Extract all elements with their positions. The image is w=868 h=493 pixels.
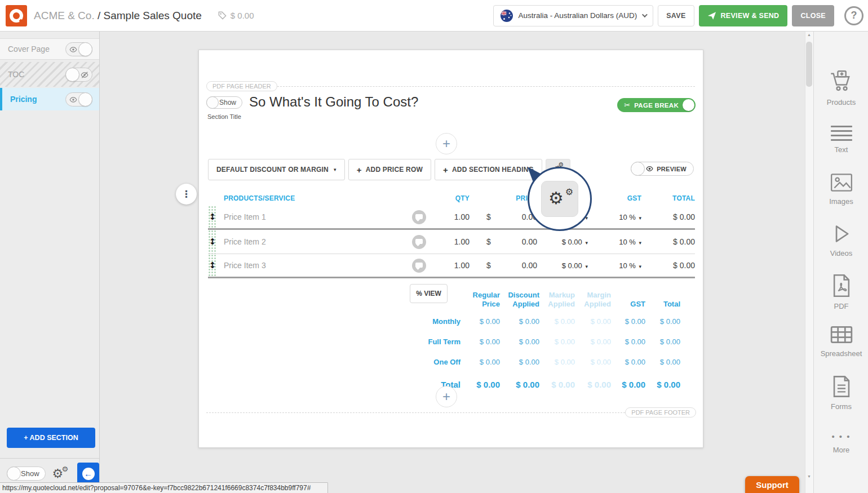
rail-item-products[interactable]: Products [814, 70, 868, 106]
summary-col-gst: GST [611, 284, 645, 311]
col-gst: GST [588, 194, 641, 202]
summary-value: $ 0.00 [575, 311, 611, 331]
summary-col-discount-applied: Discount Applied [500, 284, 539, 311]
sidebar-item-cover-page[interactable]: Cover Page [0, 38, 99, 60]
currency-selector[interactable]: Australia - Australian Dollars (AUD) [493, 5, 653, 26]
currency-selector-label: Australia - Australian Dollars (AUD) [518, 11, 637, 20]
col-price: PRICE [470, 194, 537, 202]
gears-icon: ⚙ ⚙ [548, 189, 571, 209]
tag-icon [218, 11, 227, 20]
summary-row-full-term: Full Term [410, 331, 460, 352]
rail-item-spreadsheet[interactable]: Spreadsheet [814, 325, 868, 358]
rail-item-videos[interactable]: Videos [814, 223, 868, 257]
price-field[interactable]: $ 0.00 [470, 212, 537, 221]
cart-plus-icon [829, 70, 854, 94]
row-total: $ 0.00 [641, 261, 695, 270]
default-discount-or-margin-dropdown[interactable]: DEFAULT DISCOUNT OR MARGIN ▾ [208, 159, 345, 180]
preview-toggle[interactable]: PREVIEW [631, 162, 694, 176]
section-title-text[interactable]: So What's It Going To Cost? [249, 94, 418, 110]
comment-bubble-icon[interactable] [412, 210, 426, 224]
drag-handle[interactable]: ↕ [208, 254, 217, 277]
summary-value: $ 0.00 [539, 372, 575, 397]
summary-value: $ 0.00 [575, 352, 611, 372]
ellipsis-icon: • • • [831, 426, 851, 441]
scroll-down-arrow[interactable]: ▼ [805, 474, 813, 478]
pdf-page-canvas: PDF PAGE HEADER Show So What's It Going … [198, 50, 703, 448]
cover-page-visibility-toggle[interactable] [65, 42, 92, 56]
col-qty: QTY [430, 194, 470, 202]
price-item-name[interactable]: Price Item 3 [217, 261, 408, 270]
magnified-settings-button[interactable]: ⚙ ⚙ [541, 181, 578, 217]
sidebar-settings-gear-icon[interactable]: ⚙ ⚙ [52, 467, 68, 481]
chevron-down-icon: ▾ [334, 167, 336, 172]
rail-item-images[interactable]: Images [814, 172, 868, 206]
sidebar-item-pricing[interactable]: Pricing [0, 88, 99, 110]
help-button[interactable]: ? [844, 6, 863, 25]
breadcrumb-company: ACME & Co. [34, 10, 95, 21]
section-options-kebab-button[interactable]: ⋮ [176, 184, 197, 205]
price-item-name[interactable]: Price Item 1 [217, 212, 408, 221]
qty-field[interactable]: 1.00 [430, 237, 470, 246]
play-icon [831, 223, 852, 245]
scrollbar-thumb[interactable] [806, 42, 812, 87]
drag-handle[interactable]: ↕ [208, 230, 217, 254]
qty-field[interactable]: 1.00 [430, 261, 470, 270]
discount-dropdown[interactable]: $ 0.00 ▾ [537, 261, 588, 270]
plus-icon: + [357, 165, 362, 175]
discount-dropdown[interactable]: $ 0.00 ▾ [537, 238, 588, 246]
rail-item-forms[interactable]: Forms [814, 375, 868, 411]
quote-total-tag: $ 0.00 [218, 11, 254, 20]
toc-visibility-toggle[interactable] [65, 68, 92, 82]
pricing-visibility-toggle[interactable] [65, 92, 92, 106]
rail-item-more[interactable]: • • • More [814, 426, 868, 454]
price-item-name[interactable]: Price Item 2 [217, 237, 408, 246]
summary-value: $ 0.00 [539, 331, 575, 352]
vertical-scrollbar[interactable] [805, 32, 813, 493]
price-row-2: ↕ Price Item 2 1.00 $ 0.00 $ 0.00 ▾ 10 %… [208, 230, 695, 254]
content-blocks-rail: Products Text Images Videos [813, 32, 868, 493]
section-title-show-toggle[interactable]: Show [206, 96, 242, 109]
gst-dropdown[interactable]: 10 % ▾ [588, 261, 641, 270]
price-field[interactable]: $ 0.00 [470, 261, 537, 270]
close-button[interactable]: CLOSE [792, 5, 834, 26]
add-section-button[interactable]: + ADD SECTION [7, 428, 95, 448]
rail-item-text[interactable]: Text [814, 123, 868, 154]
review-and-send-button[interactable]: REVIEW & SEND [699, 5, 788, 26]
breadcrumb-document-title[interactable]: Sample Sales Quote [104, 10, 202, 21]
add-content-block-button[interactable]: + [436, 386, 457, 407]
summary-value: $ 0.00 [645, 352, 680, 372]
paper-plane-icon [707, 11, 716, 20]
top-bar: ACME & Co. / Sample Sales Quote $ 0.00 [0, 0, 868, 32]
percent-view-button[interactable]: % VIEW [410, 284, 448, 303]
col-products-service: PRODUCTS/SERVICE [217, 194, 408, 202]
comment-bubble-icon[interactable] [412, 235, 426, 249]
sidebar-show-toggle[interactable]: Show [7, 467, 46, 481]
support-button[interactable]: Support [745, 476, 799, 493]
summary-value: $ 0.00 [611, 352, 645, 372]
sidebar-item-label: Pricing [10, 95, 37, 104]
comment-bubble-icon[interactable] [412, 259, 426, 273]
quotecloud-editor: ACME & Co. / Sample Sales Quote $ 0.00 [0, 0, 868, 493]
sidebar-item-label: TOC [8, 70, 24, 79]
collapse-sidebar-button[interactable]: ← [77, 463, 99, 485]
qty-field[interactable]: 1.00 [430, 212, 470, 221]
price-field[interactable]: $ 0.00 [470, 237, 537, 246]
add-section-heading-button[interactable]: + ADD SECTION HEADING [435, 159, 542, 180]
summary-col-total: Total [645, 284, 680, 311]
summary-col-regular-price: Regular Price [460, 284, 500, 311]
summary-value: $ 0.00 [645, 311, 680, 331]
rail-item-pdf[interactable]: PDF [814, 274, 868, 310]
add-content-block-button[interactable]: + [436, 133, 457, 154]
sidebar-item-toc[interactable]: TOC [0, 62, 99, 87]
drag-handle[interactable]: ↕ [208, 206, 217, 228]
save-button[interactable]: SAVE [658, 5, 694, 26]
quotecloud-logo [6, 5, 27, 26]
summary-value: $ 0.00 [500, 352, 539, 372]
scroll-up-arrow[interactable]: ▲ [805, 33, 813, 37]
page-break-toggle[interactable]: ✂ PAGE BREAK [617, 98, 696, 112]
gst-dropdown[interactable]: 10 % ▾ [588, 238, 641, 246]
add-price-row-button[interactable]: + ADD PRICE ROW [348, 159, 431, 180]
gst-dropdown[interactable]: 10 % ▾ [588, 213, 641, 221]
summary-value: $ 0.00 [500, 311, 539, 331]
summary-col-margin-applied: Margin Applied [575, 284, 611, 311]
